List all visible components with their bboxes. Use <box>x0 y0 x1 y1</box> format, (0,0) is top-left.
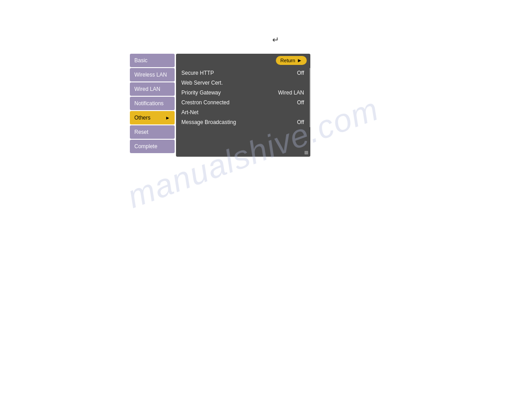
sidebar-item-wireless-lan[interactable]: Wireless LAN <box>130 68 175 81</box>
row-message-broadcasting[interactable]: Message Broadcasting Off <box>176 117 310 127</box>
others-arrow-icon: ► <box>165 115 170 120</box>
row-message-broadcasting-value: Off <box>297 119 304 125</box>
row-crestron-connected-label: Crestron Connected <box>181 99 297 106</box>
return-label: Return <box>280 58 295 63</box>
row-web-server-cert-label: Web Server Cert. <box>181 80 304 86</box>
sidebar-item-wired-lan-label: Wired LAN <box>134 86 160 92</box>
corner-dot <box>305 151 308 154</box>
sidebar-item-complete[interactable]: Complete <box>130 140 175 153</box>
menu-container: Basic Wireless LAN Wired LAN Notificatio… <box>130 54 310 157</box>
sidebar-item-complete-label: Complete <box>134 143 157 150</box>
row-priority-gateway-value: Wired LAN <box>278 90 304 96</box>
enter-icon: ↵ <box>272 35 279 45</box>
row-priority-gateway[interactable]: Priority Gateway Wired LAN <box>176 88 310 98</box>
sidebar-item-notifications-label: Notifications <box>134 100 163 107</box>
sidebar: Basic Wireless LAN Wired LAN Notificatio… <box>130 54 175 157</box>
content-rows: Secure HTTP Off Web Server Cert. Priorit… <box>176 67 310 128</box>
content-panel: Return ► Secure HTTP Off Web Server Cert… <box>176 54 310 157</box>
sidebar-item-basic[interactable]: Basic <box>130 54 175 67</box>
row-crestron-connected-value: Off <box>297 99 304 106</box>
sidebar-item-notifications[interactable]: Notifications <box>130 97 175 110</box>
row-web-server-cert[interactable]: Web Server Cert. <box>176 78 310 88</box>
row-art-net[interactable]: Art-Net <box>176 107 310 117</box>
return-button[interactable]: Return ► <box>276 56 307 65</box>
row-message-broadcasting-label: Message Broadcasting <box>181 119 297 125</box>
row-crestron-connected[interactable]: Crestron Connected Off <box>176 98 310 107</box>
return-arrow-icon: ► <box>297 57 302 64</box>
content-header: Return ► <box>176 54 310 67</box>
sidebar-item-wireless-lan-label: Wireless LAN <box>134 72 167 78</box>
sidebar-item-reset[interactable]: Reset <box>130 125 175 139</box>
sidebar-item-basic-label: Basic <box>134 57 147 64</box>
sidebar-item-others-label: Others <box>134 115 150 121</box>
sidebar-item-others[interactable]: Others ► <box>130 111 175 124</box>
row-secure-http-value: Off <box>297 70 304 76</box>
row-priority-gateway-label: Priority Gateway <box>181 90 278 96</box>
row-art-net-label: Art-Net <box>181 109 304 116</box>
row-secure-http[interactable]: Secure HTTP Off <box>176 68 310 78</box>
row-secure-http-label: Secure HTTP <box>181 70 297 76</box>
sidebar-item-reset-label: Reset <box>134 129 148 135</box>
sidebar-item-wired-lan[interactable]: Wired LAN <box>130 82 175 96</box>
